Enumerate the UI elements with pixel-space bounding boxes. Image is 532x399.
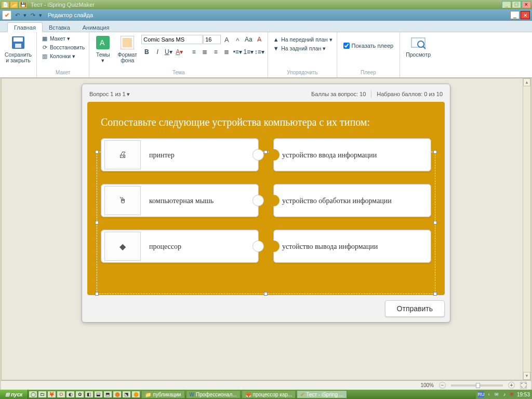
system-tray: RU ‹ ✉ ♪ ⛨ 19:53 — [476, 390, 532, 399]
question-text[interactable]: Сопоставьте следующие устройства компьют… — [101, 115, 431, 129]
match-target-1[interactable]: устройство ввода информации — [273, 138, 431, 171]
align-center-icon[interactable]: ≣ — [200, 47, 210, 57]
font-color-button[interactable]: A▾ — [174, 47, 184, 57]
bold-button[interactable]: B — [141, 47, 152, 57]
ql-app4-icon[interactable]: ⬓ — [94, 391, 103, 398]
undo-dropdown-icon[interactable]: ▾ — [21, 11, 29, 19]
qat-open-icon[interactable]: 📂 — [10, 1, 18, 8]
inner-minimize-button[interactable]: _ — [510, 11, 520, 19]
clear-format-icon[interactable]: A̶ — [254, 34, 264, 45]
ql-explorer-icon[interactable]: 🗀 — [38, 391, 47, 398]
svg-rect-1 — [14, 37, 23, 42]
italic-button[interactable]: I — [152, 47, 163, 57]
font-select[interactable] — [141, 35, 203, 44]
underline-button[interactable]: U▾ — [163, 47, 174, 57]
redo-dropdown-icon[interactable]: ▾ — [37, 11, 44, 19]
match-target-2[interactable]: устройство обработки информации — [273, 184, 431, 217]
mouse-icon: 🖱 — [104, 186, 141, 215]
lang-indicator[interactable]: RU — [478, 391, 484, 397]
windows-logo-icon: ⊞ — [5, 392, 9, 397]
score-label: Набрано баллов: 0 из 10 — [377, 91, 443, 97]
group-label-arrange: Упорядочить — [270, 70, 334, 77]
tray-icon-1[interactable]: ‹ — [486, 391, 492, 397]
bullets-icon[interactable]: •≡▾ — [232, 47, 243, 57]
save-and-close-button[interactable]: Сохранить и закрыть — [2, 33, 34, 64]
tray-shield-icon[interactable]: ⛨ — [509, 391, 515, 397]
save-icon — [10, 34, 26, 51]
undo-icon[interactable]: ↶ — [14, 11, 21, 19]
ribbon-titlebar: ✔ ↶ ▾ ↷ ▾ Редактор слайда _ ✕ — [0, 9, 532, 21]
tab-insert[interactable]: Вставка — [43, 23, 76, 32]
app-menu-button[interactable]: ✔ — [2, 10, 11, 20]
ql-opera-icon[interactable]: O — [57, 391, 65, 398]
match-source-1[interactable]: 🖨 принтер — [101, 138, 259, 171]
zoom-in-icon[interactable]: + — [508, 382, 515, 389]
send-to-back-button[interactable]: ▼На задний план ▾ — [271, 44, 333, 52]
window-title: Тест - iSpring QuizMaker — [31, 2, 95, 8]
qat-save-icon[interactable]: 💾 — [19, 1, 27, 8]
shrink-font-icon[interactable]: A — [232, 34, 243, 45]
ql-app2-icon[interactable]: ✿ — [75, 391, 84, 398]
svg-rect-2 — [15, 44, 21, 48]
match-source-2[interactable]: 🖱 компьютерная мышь — [101, 184, 259, 217]
preview-button[interactable]: Просмотр — [402, 33, 434, 59]
os-maximize-button[interactable]: ☐ — [512, 1, 521, 8]
font-size-select[interactable] — [203, 35, 221, 44]
qat-new-icon[interactable]: 📄 — [1, 1, 9, 8]
line-spacing-icon[interactable]: ↕≡▾ — [254, 47, 264, 57]
zoom-label: 100% — [420, 382, 434, 388]
match-target-3[interactable]: устойство вывода информации — [273, 230, 431, 263]
taskbar-task-2[interactable]: WПрофессионал... — [186, 390, 241, 398]
scroll-up-icon[interactable]: ▲ — [523, 78, 530, 86]
taskbar-task-3[interactable]: 🦊процессор кар... — [242, 390, 296, 398]
os-close-button[interactable]: ✕ — [522, 1, 531, 8]
ql-app6-icon[interactable]: ⬤ — [113, 391, 122, 398]
group-label-layout: Макет — [39, 70, 87, 77]
restore-icon: ⟳ — [41, 44, 48, 51]
vertical-scrollbar[interactable]: ▲ ▼ — [523, 78, 530, 380]
align-right-icon[interactable]: ≡ — [210, 47, 221, 57]
taskbar-task-1[interactable]: 📁публикации — [141, 390, 184, 398]
cpu-icon: ◆ — [104, 232, 141, 261]
taskbar-task-4[interactable]: ✔Тест - iSpring ... — [297, 390, 347, 398]
zoom-out-icon[interactable]: − — [439, 382, 446, 389]
redo-icon[interactable]: ↷ — [29, 11, 36, 19]
quiz-slide[interactable]: Сопоставьте следующие устройства компьют… — [87, 102, 445, 295]
layout-button[interactable]: ▦Макет ▾ — [40, 34, 86, 43]
match-source-3[interactable]: ◆ процессор — [101, 230, 259, 263]
ql-chrome-icon[interactable]: ◯ — [29, 391, 37, 398]
scroll-down-icon[interactable]: ▼ — [523, 372, 530, 380]
slide-header: Вопрос 1 из 1▾ Баллы за вопрос: 10 Набра… — [87, 89, 445, 99]
justify-icon[interactable]: ≣ — [221, 47, 232, 57]
tray-icon-2[interactable]: ✉ — [494, 391, 500, 397]
show-player-checkbox[interactable]: Показать плеер — [343, 43, 394, 49]
columns-button[interactable]: ▥Колонки ▾ — [40, 52, 86, 60]
ql-firefox-icon[interactable]: 🦊 — [47, 391, 56, 398]
start-button[interactable]: ⊞ пуск — [0, 390, 28, 399]
ql-app3-icon[interactable]: ◧ — [85, 391, 94, 398]
zoom-slider[interactable] — [451, 384, 503, 387]
tray-icon-3[interactable]: ♪ — [501, 391, 508, 397]
inner-close-button[interactable]: ✕ — [521, 11, 530, 19]
workspace: ▲ ▼ Вопрос 1 из 1▾ Баллы за вопрос: 10 Н… — [1, 78, 531, 380]
ql-app5-icon[interactable]: ⬒ — [103, 391, 112, 398]
os-minimize-button[interactable]: _ — [502, 1, 511, 8]
grow-font-icon[interactable]: A — [221, 34, 232, 45]
group-label-theme: Тема — [91, 70, 265, 77]
change-case-icon[interactable]: Aa — [243, 34, 254, 45]
clock[interactable]: 19:53 — [517, 392, 530, 397]
fit-icon[interactable]: ⛶ — [520, 382, 527, 389]
tab-animation[interactable]: Анимация — [76, 23, 116, 32]
submit-button[interactable]: Отправить — [385, 300, 445, 317]
themes-button[interactable]: A Темы▾ — [91, 33, 114, 64]
restore-button[interactable]: ⟳Восстановить — [40, 43, 86, 51]
tab-main[interactable]: Главная — [7, 22, 43, 32]
ql-app8-icon[interactable]: ⬤ — [131, 391, 140, 398]
align-left-icon[interactable]: ≡ — [189, 47, 199, 57]
question-counter[interactable]: Вопрос 1 из 1 — [89, 91, 126, 97]
ql-app7-icon[interactable]: ⬔ — [122, 391, 131, 398]
background-format-button[interactable]: Формат фона — [114, 33, 140, 64]
bring-to-front-button[interactable]: ▲На передний план ▾ — [271, 35, 333, 44]
ql-app1-icon[interactable]: ◐ — [66, 391, 75, 398]
numbering-icon[interactable]: 1≡▾ — [243, 47, 254, 57]
